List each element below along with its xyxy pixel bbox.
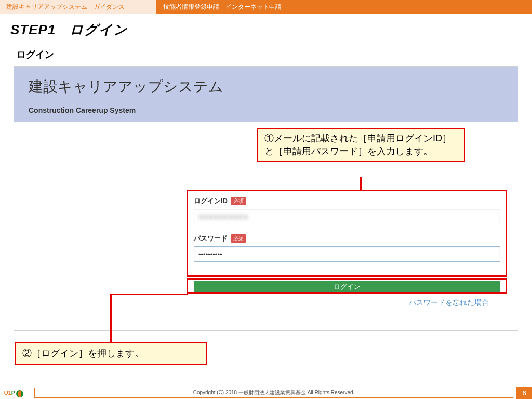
forgot-password-link[interactable]: パスワードを忘れた場合 <box>409 298 489 308</box>
connector-1 <box>360 177 362 191</box>
header-right: 技能者情報登録申請 インターネット申請 <box>156 0 532 14</box>
system-banner: 建設キャリアアップシステム Construction Careerup Syst… <box>14 66 518 122</box>
footer-copyright: Copyright (C) 2018 一般財団法人建設業振興基金 All Rig… <box>34 388 513 398</box>
logo: U1P <box>0 387 31 399</box>
footer: U1P Copyright (C) 2018 一般財団法人建設業振興基金 All… <box>0 387 532 399</box>
banner-title-en: Construction Careerup System <box>29 106 503 114</box>
page-number: 6 <box>516 387 532 399</box>
connector-2h <box>110 294 188 295</box>
connector-2v <box>110 294 112 343</box>
callout-2: ②［ログイン］を押します。 <box>15 342 207 365</box>
section-title: ログイン <box>0 42 532 66</box>
step-title: STEP1 ログイン <box>0 14 532 42</box>
logo-half-icon <box>18 390 21 397</box>
logo-p: P <box>11 390 15 396</box>
login-panel: 建設キャリアアップシステム Construction Careerup Syst… <box>14 66 518 331</box>
banner-title-jp: 建設キャリアアップシステム <box>29 77 503 97</box>
highlight-fields <box>187 190 507 277</box>
callout-1: ①メールに記載された［申請用ログインID］と［申請用パスワード］を入力します。 <box>257 128 465 162</box>
logo-u1: U1 <box>4 390 11 396</box>
header-left: 建設キャリアアップシステム ガイダンス <box>0 0 156 14</box>
highlight-login-button <box>187 278 507 294</box>
